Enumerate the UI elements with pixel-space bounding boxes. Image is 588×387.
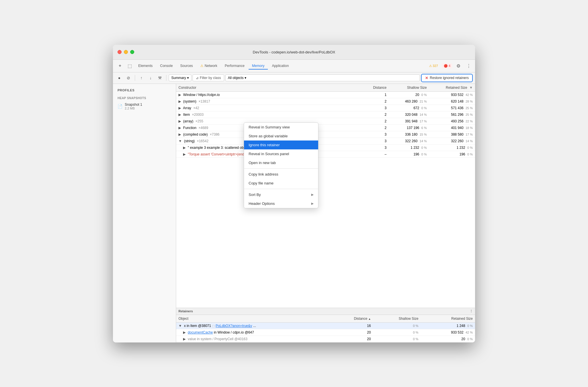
retainers-scroll-icon[interactable]: ⋮ (470, 309, 473, 313)
objects-dropdown-arrow: ▾ (245, 76, 246, 80)
retained-cell: 493 256 22 % (429, 118, 475, 124)
expand-arrow[interactable]: ▶ (178, 93, 181, 97)
constructor-cell: ▶ (system) ×13817 (176, 98, 366, 105)
cleanup-button[interactable]: ⚒ (156, 74, 164, 82)
distance-cell: 2 (366, 118, 389, 124)
expand-arrow[interactable]: ▶ (178, 126, 181, 130)
menu-divider-1 (244, 168, 318, 169)
expand-arrow[interactable]: ▶ (183, 146, 186, 150)
tab-console[interactable]: Console (157, 62, 176, 70)
table-row[interactable]: ▼ (string) ×16542 3 322 260 14 % 322 260… (176, 138, 475, 144)
objects-label: All objects (228, 76, 244, 80)
shallow-cell: 463 280 21 % (389, 98, 429, 105)
objects-dropdown[interactable]: All objects ▾ (225, 74, 420, 81)
expand-arrow[interactable]: ▶ (178, 99, 181, 103)
table-row[interactable]: ▶ (compiled code) ×7386 3 336 180 15 % 3… (176, 131, 475, 138)
expand-arrow[interactable]: ▶ (178, 113, 181, 117)
device-icon[interactable]: ⬚ (125, 61, 134, 70)
table-row[interactable]: ▶ Item ×20003 2 320 048 14 % 561 296 25 … (176, 111, 475, 118)
restore-button[interactable]: ✕ Restore ignored retainers (421, 74, 473, 82)
error-badge[interactable]: 🔴 4 (442, 63, 452, 68)
distance-cell: 2 (366, 111, 389, 118)
menu-item-label: Ignore this retainer (249, 143, 280, 147)
fullscreen-button[interactable] (130, 50, 134, 54)
menu-item-copy-link[interactable]: Copy link address (244, 170, 318, 179)
expand-arrow[interactable]: ▶ (183, 330, 186, 334)
tab-application[interactable]: Application (268, 62, 292, 70)
tab-memory[interactable]: Memory (249, 62, 268, 70)
main-content: Profiles HEAP SNAPSHOTS 📄 Snapshot 1 2.2… (113, 84, 475, 342)
warning-icon: ⚠ (429, 64, 432, 68)
context-menu: Reveal in Summary view Store as global v… (244, 122, 318, 208)
retainer-link[interactable]: documentCache (188, 330, 213, 334)
constructor-cell: ▶ Array ×42 (176, 105, 366, 111)
retainer-row[interactable]: ▶ documentCache in Window / cdpn.io @647… (176, 329, 475, 336)
toolbar-divider-2 (166, 75, 166, 81)
tab-network[interactable]: Network (197, 62, 221, 70)
minimize-button[interactable] (124, 50, 128, 54)
menu-item-sort-by[interactable]: Sort By ▶ (244, 190, 318, 199)
menu-item-label: Header Options (249, 201, 275, 206)
shallow-cell: 391 948 17 % (389, 118, 429, 124)
traffic-lights (118, 50, 134, 54)
menu-item-ignore-retainer[interactable]: Ignore this retainer (244, 140, 318, 149)
retained-cell: 933 532 42 % (429, 91, 475, 98)
table-row[interactable]: ▶ Function ×4689 2 137 196 6 % 401 940 1… (176, 124, 475, 131)
constructor-name: Window / https://cdpn.io (183, 93, 220, 97)
tab-elements[interactable]: Elements (135, 62, 156, 70)
retained-cell: 561 296 25 % (429, 111, 475, 118)
retainer-row[interactable]: ▶ value in system / PropertyCell @40163 … (176, 336, 475, 342)
table-row[interactable]: ▶ (array) ×255 2 391 948 17 % 493 256 22… (176, 118, 475, 124)
table-row[interactable]: ▶ (system) ×13817 2 463 280 21 % 620 148… (176, 98, 475, 105)
shallow-cell: 196 0 % (389, 151, 429, 157)
table-row[interactable]: ▶ "Torque assert 'Convert<uintptr>(endIn… (176, 151, 475, 157)
menu-item-label: Store as global variable (249, 134, 288, 138)
filter-button[interactable]: ⊿ Filter by class (193, 74, 224, 81)
record-button[interactable]: ● (115, 74, 123, 82)
retainer-retained-cell: 933 532 42 % (421, 329, 475, 336)
menu-divider-2 (244, 189, 318, 189)
snapshot-item[interactable]: 📄 Snapshot 1 2.2 MB (113, 101, 176, 112)
submenu-arrow: ▶ (311, 202, 314, 205)
menu-item-reveal-sources[interactable]: Reveal in Sources panel (244, 149, 318, 158)
tab-right-controls: ⚠ 327 🔴 4 ⚙ ⋮ (427, 62, 473, 70)
table-row[interactable]: ▶ " example 3 example 3: scattered objec… (176, 144, 475, 151)
tab-sources[interactable]: Sources (177, 62, 196, 70)
menu-item-header-options[interactable]: Header Options ▶ (244, 199, 318, 208)
expand-arrow[interactable]: ▼ (178, 139, 182, 143)
retainer-link[interactable]: PoLdbOX?anon=true&v (216, 324, 252, 328)
cursor-icon[interactable]: ⌖ (115, 61, 124, 70)
warning-badge[interactable]: ⚠ 327 (427, 63, 440, 68)
expand-arrow[interactable]: ▼ (178, 324, 182, 328)
expand-arrow[interactable]: ▶ (183, 337, 186, 341)
retainer-row[interactable]: ▼ x in Item @38071 ⬚ PoLdbOX?anon=true&v… (176, 322, 475, 329)
clear-button[interactable]: ⊘ (124, 74, 132, 82)
retainer-distance-cell: 20 (346, 329, 373, 336)
table-row[interactable]: ▶ Window / https://cdpn.io 1 20 0 % 933 … (176, 91, 475, 98)
download-button[interactable]: ↓ (147, 74, 155, 82)
shallow-cell: 20 0 % (389, 91, 429, 98)
constructor-table-scroll[interactable]: Constructor Distance Shallow Size Retain… (176, 84, 475, 308)
upload-button[interactable]: ↑ (137, 74, 145, 82)
retainer-col-shallow: Shallow Size (373, 315, 420, 323)
table-row[interactable]: ▶ Array ×42 3 672 0 % 571 436 25 % (176, 105, 475, 111)
menu-item-open-tab[interactable]: Open in new tab (244, 158, 318, 167)
devtools-window: DevTools - codepen.io/web-dot-dev/live/P… (113, 45, 475, 342)
summary-label: Summary (171, 76, 186, 80)
restore-x-icon: ✕ (425, 76, 428, 80)
close-button[interactable] (118, 50, 122, 54)
more-button[interactable]: ⋮ (465, 62, 473, 70)
col-header-shallow: Shallow Size (389, 84, 429, 92)
count-label: ×42 (193, 106, 199, 110)
settings-button[interactable]: ⚙ (454, 62, 462, 70)
menu-item-reveal-summary[interactable]: Reveal in Summary view (244, 123, 318, 132)
expand-arrow[interactable]: ▶ (178, 106, 181, 110)
summary-dropdown[interactable]: Summary ▾ (169, 74, 191, 81)
expand-arrow[interactable]: ▶ (178, 132, 181, 136)
expand-arrow[interactable]: ▶ (183, 152, 186, 156)
menu-item-copy-filename[interactable]: Copy file name (244, 179, 318, 188)
expand-arrow[interactable]: ▶ (178, 119, 181, 123)
tab-performance[interactable]: Performance (221, 62, 248, 70)
menu-item-store-global[interactable]: Store as global variable (244, 132, 318, 140)
retainer-retained-cell: 1 248 0 % (421, 322, 475, 329)
